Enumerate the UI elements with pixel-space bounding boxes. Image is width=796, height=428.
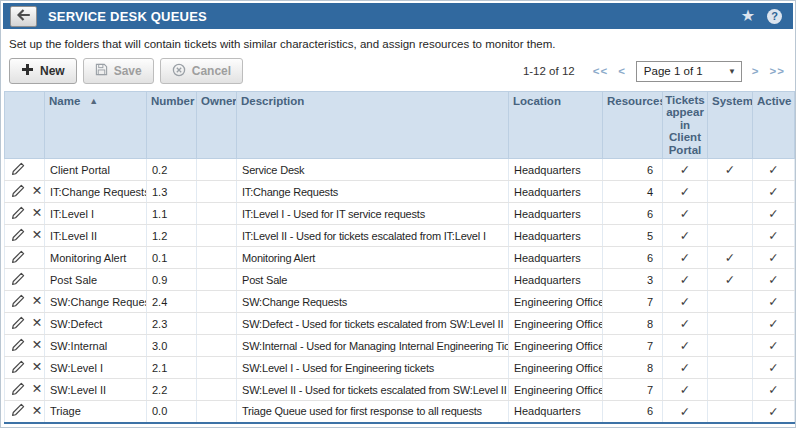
pagination-range: 1-12 of 12	[523, 65, 575, 77]
column-header-description[interactable]: Description	[237, 92, 509, 159]
edit-button[interactable]	[10, 162, 26, 178]
queue-location-cell: Engineering Office	[509, 313, 603, 335]
delete-button[interactable]: ✕	[29, 295, 44, 308]
edit-button[interactable]	[10, 250, 26, 266]
column-header-name[interactable]: Name▲	[45, 92, 147, 159]
pencil-icon	[11, 210, 25, 222]
pencil-icon	[11, 364, 25, 376]
page-select-dropdown[interactable]: Page 1 of 1 ▼	[636, 61, 742, 82]
queue-location-cell: Headquarters	[509, 203, 603, 225]
cancel-button[interactable]: Cancel	[160, 58, 243, 84]
edit-button[interactable]	[10, 382, 26, 398]
queue-owner-cell	[197, 313, 237, 335]
queue-description-cell: IT:Level II - Used for tickets escalated…	[237, 225, 509, 247]
queue-name-cell: IT:Level I	[45, 203, 147, 225]
queue-owner-cell	[197, 269, 237, 291]
queue-description-cell: SW:Change Requests	[237, 291, 509, 313]
active-check: ✓	[753, 357, 795, 379]
pencil-icon	[11, 342, 25, 354]
help-icon[interactable]: ?	[767, 9, 782, 24]
queue-number-cell: 2.4	[147, 291, 197, 313]
system-check	[708, 313, 753, 335]
column-header-location[interactable]: Location	[509, 92, 603, 159]
edit-button[interactable]	[10, 360, 26, 376]
queue-resources-cell: 4	[603, 181, 663, 203]
queue-location-cell: Headquarters	[509, 159, 603, 181]
system-check	[708, 379, 753, 401]
row-actions-cell: ✕	[5, 401, 45, 423]
queue-number-cell: 1.3	[147, 181, 197, 203]
pagination-first-button[interactable]: <<	[593, 65, 608, 77]
queue-name-cell: SW:Level I	[45, 357, 147, 379]
queue-name-cell: SW:Defect	[45, 313, 147, 335]
table-row: ✕ SW:Level II 2.2 SW:Level II - Used for…	[5, 379, 795, 401]
pagination-next-button[interactable]: >	[752, 65, 760, 77]
active-check: ✓	[753, 269, 795, 291]
column-header-number[interactable]: Number	[147, 92, 197, 159]
favorite-star-icon[interactable]: ★	[741, 8, 755, 24]
delete-button[interactable]: ✕	[29, 383, 44, 396]
pagination-prev-button[interactable]: <	[618, 65, 626, 77]
save-floppy-icon	[95, 63, 108, 79]
row-actions-cell: ✕	[5, 335, 45, 357]
pencil-icon	[11, 320, 25, 332]
column-header-owner[interactable]: Owner	[197, 92, 237, 159]
edit-button[interactable]	[10, 294, 26, 310]
delete-x-icon: ✕	[32, 294, 42, 308]
queue-name-cell: SW:Level II	[45, 379, 147, 401]
queue-description-cell: IT:Change Requests	[237, 181, 509, 203]
delete-x-icon: ✕	[32, 382, 42, 396]
delete-button[interactable]: ✕	[29, 361, 44, 374]
delete-button[interactable]: ✕	[29, 185, 44, 198]
system-check: ✓	[708, 247, 753, 269]
edit-button[interactable]	[10, 184, 26, 200]
delete-button[interactable]: ✕	[29, 405, 44, 418]
queue-description-cell: Post Sale	[237, 269, 509, 291]
delete-button[interactable]: ✕	[29, 339, 44, 352]
row-actions-cell	[5, 269, 45, 291]
edit-button[interactable]	[10, 403, 26, 419]
queue-number-cell: 2.1	[147, 357, 197, 379]
queue-table-body: Client Portal 0.2 Service Desk Headquart…	[5, 159, 795, 423]
edit-button[interactable]	[10, 272, 26, 288]
row-actions-cell	[5, 159, 45, 181]
queue-number-cell: 0.1	[147, 247, 197, 269]
queue-name-cell: Post Sale	[45, 269, 147, 291]
queue-owner-cell	[197, 159, 237, 181]
column-header-tickets-in-client-portal[interactable]: Tickets appear in Client Portal	[663, 92, 708, 159]
queue-description-cell: IT:Level I - Used for IT service request…	[237, 203, 509, 225]
row-actions-cell: ✕	[5, 203, 45, 225]
table-row: ✕ IT:Level I 1.1 IT:Level I - Used for I…	[5, 203, 795, 225]
system-check	[708, 357, 753, 379]
chevron-down-icon: ▼	[728, 67, 736, 76]
column-header-system[interactable]: System	[708, 92, 753, 159]
column-header-active[interactable]: Active	[753, 92, 795, 159]
tickets-in-client-portal-check: ✓	[663, 335, 708, 357]
queue-description-cell: Triage Queue used for first response to …	[237, 401, 509, 423]
cancel-button-label: Cancel	[192, 64, 231, 78]
back-button[interactable]	[10, 6, 37, 27]
delete-button[interactable]: ✕	[29, 229, 44, 242]
queues-grid: Name▲ Number Owner Description Location …	[4, 91, 792, 424]
pencil-icon	[11, 298, 25, 310]
edit-button[interactable]	[10, 206, 26, 222]
edit-button[interactable]	[10, 316, 26, 332]
table-row: Client Portal 0.2 Service Desk Headquart…	[5, 159, 795, 181]
edit-button[interactable]	[10, 228, 26, 244]
system-check	[708, 181, 753, 203]
new-button[interactable]: New	[9, 58, 77, 84]
pagination-last-button[interactable]: >>	[770, 65, 785, 77]
queue-owner-cell	[197, 401, 237, 423]
active-check: ✓	[753, 313, 795, 335]
delete-button[interactable]: ✕	[29, 207, 44, 220]
active-check: ✓	[753, 291, 795, 313]
delete-button[interactable]: ✕	[29, 317, 44, 330]
save-button[interactable]: Save	[83, 58, 154, 84]
column-header-resources[interactable]: Resources	[603, 92, 663, 159]
table-row: Post Sale 0.9 Post Sale Headquarters 3 ✓…	[5, 269, 795, 291]
system-check	[708, 225, 753, 247]
edit-button[interactable]	[10, 338, 26, 354]
delete-x-icon: ✕	[32, 184, 42, 198]
queue-number-cell: 2.2	[147, 379, 197, 401]
table-row: ✕ SW:Change Requests 2.4 SW:Change Reque…	[5, 291, 795, 313]
